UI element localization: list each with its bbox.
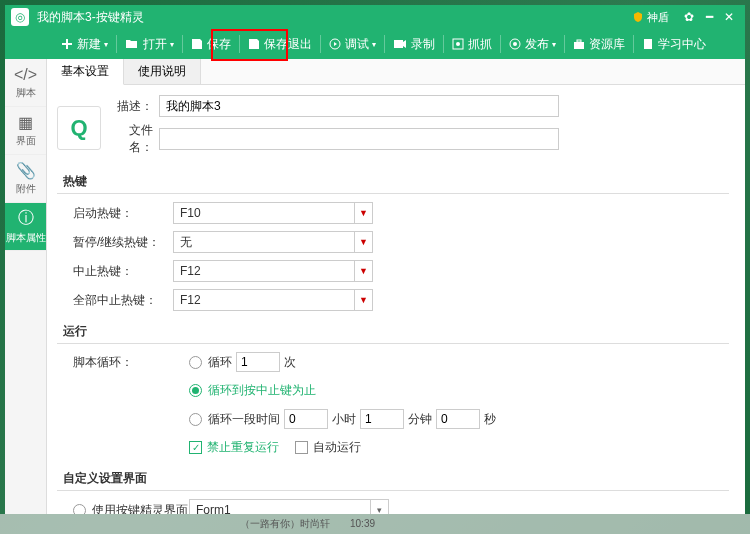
taskbar: （一路有你）时尚轩 10:39 [0, 514, 750, 534]
svg-point-3 [456, 42, 460, 46]
chevron-down-icon: ▾ [370, 500, 388, 514]
loop-until-radio[interactable]: 循环到按中止键为止 [189, 382, 316, 399]
svg-rect-7 [577, 40, 581, 42]
loop-times-input[interactable] [236, 352, 280, 372]
window-title: 我的脚本3-按键精灵 [37, 9, 144, 26]
file-label: 文件名： [111, 122, 159, 156]
ui-elf-combo[interactable]: Form1▾ [189, 499, 389, 514]
layout-icon: ▦ [18, 113, 33, 132]
titlebar: ◎ 我的脚本3-按键精灵 神盾 ✿ ━ ✕ [5, 5, 745, 29]
close-button[interactable]: ✕ [719, 10, 739, 24]
attach-icon: 📎 [16, 161, 36, 180]
stopall-hotkey-label: 全部中止热键： [73, 292, 173, 309]
publish-icon [509, 38, 521, 50]
dur-sec-input[interactable] [436, 409, 480, 429]
book-icon [642, 38, 654, 50]
record-button[interactable]: 录制 [387, 29, 441, 59]
tab-help[interactable]: 使用说明 [124, 59, 201, 84]
pause-hotkey-label: 暂停/继续热键： [73, 234, 173, 251]
resource-button[interactable]: 资源库 [567, 29, 631, 59]
toolbar: 新建▾ 打开▾ 保存 保存退出 调试▾ 录制 抓抓 发布▾ 资源库 学习中心 [5, 29, 745, 59]
app-logo: ◎ [11, 8, 29, 26]
stopall-hotkey-combo[interactable]: F12▼ [173, 289, 373, 311]
tabs: 基本设置 使用说明 [47, 59, 745, 85]
content: Q 描述： 文件名： 热键 启动热键： F10▼ [47, 85, 745, 514]
no-repeat-check[interactable]: 禁止重复运行 [189, 439, 279, 456]
capture-button[interactable]: 抓抓 [446, 29, 498, 59]
debug-button[interactable]: 调试▾ [323, 29, 382, 59]
code-icon: </> [14, 66, 37, 84]
new-button[interactable]: 新建▾ [55, 29, 114, 59]
section-run: 运行 [57, 319, 729, 344]
sidebar: </>脚本 ▦界面 📎附件 ⓘ脚本属性 [5, 59, 47, 514]
chevron-down-icon: ▼ [354, 203, 372, 223]
file-input[interactable] [159, 128, 559, 150]
stop-hotkey-combo[interactable]: F12▼ [173, 260, 373, 282]
tab-basic[interactable]: 基本设置 [47, 59, 124, 85]
pause-hotkey-combo[interactable]: 无▼ [173, 231, 373, 253]
save-icon [191, 38, 203, 50]
dur-hour-input[interactable] [284, 409, 328, 429]
open-button[interactable]: 打开▾ [119, 29, 180, 59]
sidebar-item-script[interactable]: </>脚本 [5, 59, 46, 107]
sidebar-item-props[interactable]: ⓘ脚本属性 [5, 203, 46, 251]
sidebar-item-attach[interactable]: 📎附件 [5, 155, 46, 203]
play-icon [329, 38, 341, 50]
ui-elf-radio[interactable]: 使用按键精灵界面 [73, 502, 189, 515]
desc-input[interactable] [159, 95, 559, 117]
chevron-down-icon: ▼ [354, 261, 372, 281]
svg-rect-8 [644, 39, 652, 49]
desc-label: 描述： [111, 98, 159, 115]
sidebar-item-ui[interactable]: ▦界面 [5, 107, 46, 155]
svg-rect-1 [394, 40, 403, 48]
start-hotkey-combo[interactable]: F10▼ [173, 202, 373, 224]
folder-icon [125, 38, 139, 50]
learn-button[interactable]: 学习中心 [636, 29, 712, 59]
info-icon: ⓘ [18, 208, 34, 229]
section-custom: 自定义设置界面 [57, 466, 729, 491]
briefcase-icon [573, 38, 585, 50]
publish-button[interactable]: 发布▾ [503, 29, 562, 59]
camera-icon [393, 39, 407, 49]
stop-hotkey-label: 中止热键： [73, 263, 173, 280]
minimize-button[interactable]: ━ [699, 10, 719, 24]
settings-icon[interactable]: ✿ [679, 10, 699, 24]
script-logo: Q [57, 106, 101, 150]
shield-icon [632, 11, 644, 23]
plus-icon [61, 38, 73, 50]
save-exit-icon [248, 38, 260, 50]
save-exit-button[interactable]: 保存退出 [242, 29, 318, 59]
loop-duration-radio[interactable]: 循环一段时间 [189, 411, 280, 428]
chevron-down-icon: ▼ [354, 232, 372, 252]
chevron-down-icon: ▼ [354, 290, 372, 310]
loop-times-radio[interactable]: 循环 [189, 354, 232, 371]
start-hotkey-label: 启动热键： [73, 205, 173, 222]
capture-icon [452, 38, 464, 50]
dur-min-input[interactable] [360, 409, 404, 429]
svg-point-5 [513, 42, 517, 46]
svg-rect-6 [574, 42, 584, 49]
auto-run-check[interactable]: 自动运行 [295, 439, 361, 456]
loop-label: 脚本循环： [73, 354, 189, 371]
shield-badge[interactable]: 神盾 [632, 10, 669, 25]
save-button[interactable]: 保存 [185, 29, 237, 59]
section-hotkey: 热键 [57, 169, 729, 194]
